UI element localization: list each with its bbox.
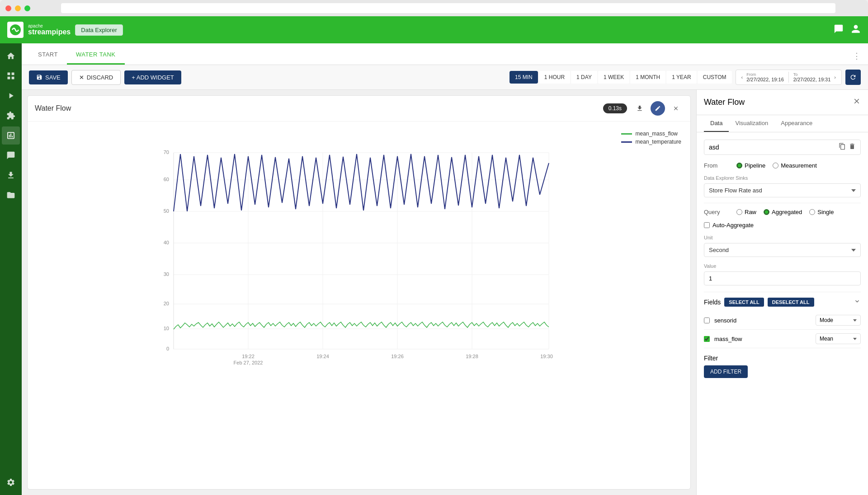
time-btn-custom[interactable]: CUSTOM [698,71,732,84]
pipeline-radio-option[interactable]: Pipeline [736,162,765,169]
window-close-btn[interactable] [5,5,11,11]
value-input[interactable] [704,271,861,285]
window-max-btn[interactable] [24,5,30,11]
sidebar-item-messages[interactable] [2,146,20,164]
main-content: START WATER TANK ⋮ SAVE ✕ DISCARD + ADD … [22,43,868,495]
value-label: Value [704,263,861,269]
time-btn-1day[interactable]: 1 DAY [571,71,597,84]
tab-water-tank[interactable]: WATER TANK [67,46,125,65]
sidebar-item-download[interactable] [2,166,20,184]
auto-aggregate-checkbox[interactable] [704,222,710,228]
fields-expand-icon[interactable] [854,298,861,307]
deselect-all-button[interactable]: DESELECT ALL [768,298,814,307]
panel-tabs: Data Visualization Appearance [697,115,868,132]
time-btn-1hour[interactable]: 1 HOUR [539,71,570,84]
tab-start[interactable]: START [29,46,67,65]
query-row: Query Raw Aggregated [704,209,861,215]
sidebar-item-dashboard[interactable] [2,67,20,85]
time-btn-1month[interactable]: 1 MONTH [630,71,665,84]
raw-radio-option[interactable]: Raw [736,209,756,215]
svg-text:Feb 27, 2022: Feb 27, 2022 [234,360,263,365]
left-sidebar [0,43,22,495]
from-label: From [704,162,731,169]
select-all-button[interactable]: SELECT ALL [724,298,764,307]
aggregated-radio[interactable] [764,209,769,215]
water-flow-widget: Water Flow 0.13s [27,95,691,490]
search-box-actions [839,143,856,152]
sidebar-item-explorer[interactable] [2,126,20,145]
aggregated-radio-option[interactable]: Aggregated [764,209,802,215]
auto-aggregate-option[interactable]: Auto-Aggregate [704,222,861,229]
sidebar-item-pipeline[interactable] [2,87,20,105]
time-btn-15min[interactable]: 15 MIN [509,71,538,84]
refresh-button[interactable] [845,70,861,85]
svg-text:19:26: 19:26 [391,354,404,359]
tabs-left: START WATER TANK [29,46,125,65]
date-from: From 2/27/2022, 19:16 [746,72,784,82]
svg-text:0: 0 [166,346,169,351]
widget-actions [632,101,683,116]
panel-tab-appearance[interactable]: Appearance [774,115,819,132]
sink-select[interactable]: Store Flow Rate asd [704,183,861,197]
copy-icon-btn[interactable] [839,143,846,152]
svg-text:19:30: 19:30 [540,354,553,359]
svg-text:60: 60 [164,177,169,182]
right-panel: Water Flow Data Visualization Appearance [696,90,868,495]
chart-svg: 70 60 50 40 30 20 10 0 [35,127,683,371]
legend-mass-flow: mean_mass_flow [621,131,681,137]
raw-radio[interactable] [736,209,742,215]
tab-more-btn[interactable]: ⋮ [853,51,861,65]
single-radio[interactable] [809,209,815,215]
app-header: apache streampipes Data Explorer [0,16,868,43]
window-min-btn[interactable] [15,5,21,11]
filter-section: Filter ADD FILTER [704,355,861,378]
chat-icon[interactable] [834,24,844,36]
sidebar-item-home[interactable] [2,47,20,65]
unit-select[interactable]: Second [704,243,861,257]
panel-tab-data[interactable]: Data [704,115,729,132]
header-right [834,24,861,36]
address-bar [61,3,835,13]
nav-badge[interactable]: Data Explorer [75,24,123,36]
field-row-mass-flow: mass_flow Mean [704,330,861,348]
measurement-radio-option[interactable]: Measurement [773,162,816,169]
panel-tab-visualization[interactable]: Visualization [729,115,774,132]
single-radio-option[interactable]: Single [809,209,834,215]
search-input[interactable] [709,144,835,151]
mass-flow-checkbox[interactable] [704,336,710,342]
mass-flow-aggregate-select[interactable]: Mean [816,333,861,344]
query-label: Query [704,209,731,215]
svg-text:19:22: 19:22 [242,354,255,359]
widget-close-btn[interactable] [669,101,683,116]
delete-icon-btn[interactable] [849,143,856,152]
time-btn-1year[interactable]: 1 YEAR [666,71,696,84]
search-box [704,140,861,155]
measurement-radio[interactable] [773,163,778,168]
user-icon[interactable] [851,24,861,36]
widget-edit-btn[interactable] [651,101,665,116]
sensorid-checkbox[interactable] [704,318,710,323]
value-section: Value [704,263,861,285]
filter-label: Filter [704,355,861,362]
chart-legend: mean_mass_flow mean_temperature [621,131,681,145]
sidebar-item-files[interactable] [2,186,20,204]
app-layout: START WATER TANK ⋮ SAVE ✕ DISCARD + ADD … [0,43,868,495]
sidebar-item-plugin[interactable] [2,107,20,125]
date-next-btn[interactable]: › [832,75,838,80]
save-button[interactable]: SAVE [29,70,68,84]
query-radio-group: Raw Aggregated Single [736,209,834,215]
discard-button[interactable]: ✕ DISCARD [71,70,121,85]
sidebar-item-settings[interactable] [2,473,20,491]
field-row-sensorid: sensorid Mode [704,311,861,330]
widget-download-btn[interactable] [632,101,647,116]
sensorid-aggregate-select[interactable]: Mode [816,315,861,326]
add-widget-button[interactable]: + ADD WIDGET [124,70,181,84]
time-btn-1week[interactable]: 1 WEEK [598,71,629,84]
from-radio-group: Pipeline Measurement [736,162,817,169]
sink-label: Data Explorer Sinks [704,175,861,181]
date-prev-btn[interactable]: ‹ [740,75,745,80]
pipeline-radio[interactable] [736,163,742,168]
logo-icon [7,22,24,38]
close-panel-button[interactable] [853,97,861,107]
add-filter-button[interactable]: ADD FILTER [704,365,748,378]
